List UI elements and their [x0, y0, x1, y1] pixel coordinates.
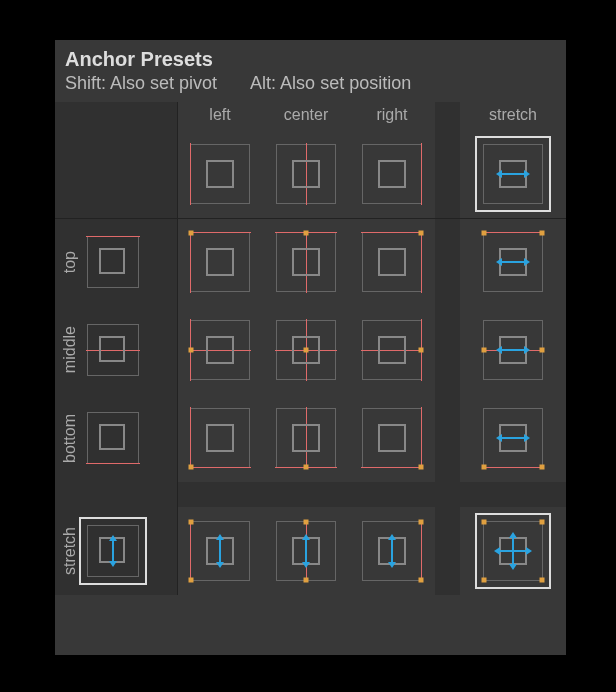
preset-rowicon-top[interactable]: [85, 234, 141, 290]
preset-top-right[interactable]: [360, 230, 424, 294]
preset-header-stretch[interactable]: [481, 142, 545, 206]
preset-middle-stretch[interactable]: [481, 318, 545, 382]
anchor-presets-panel: Anchor Presets Shift: Also set pivot Alt…: [55, 40, 566, 655]
row-label-top: top: [61, 251, 81, 273]
preset-header-left[interactable]: [188, 142, 252, 206]
preset-rowicon-stretch[interactable]: [85, 523, 141, 579]
preset-stretch-center[interactable]: [274, 519, 338, 583]
col-gap: [435, 102, 460, 130]
preset-stretch-stretch[interactable]: [481, 519, 545, 583]
preset-header-right[interactable]: [360, 142, 424, 206]
col-label-center: center: [263, 102, 349, 124]
preset-top-stretch[interactable]: [481, 230, 545, 294]
grid-corner: [55, 102, 177, 130]
hint-alt: Alt: Also set position: [250, 73, 411, 94]
preset-stretch-left[interactable]: [188, 519, 252, 583]
grid-divider-v: [177, 102, 178, 595]
row-label-bottom: bottom: [61, 414, 81, 463]
preset-middle-center[interactable]: [274, 318, 338, 382]
preset-bottom-left[interactable]: [188, 406, 252, 470]
grid-corner-2: [55, 130, 177, 218]
cell-header-left: [177, 130, 263, 218]
row-label-stretch: stretch: [61, 527, 81, 575]
preset-grid: left center right stretch: [55, 102, 566, 595]
row-header-middle: middle: [55, 306, 177, 394]
row-label-middle: middle: [61, 326, 81, 373]
grid-divider-h: [55, 218, 566, 219]
col-gap-2: [435, 130, 460, 218]
col-label-left: left: [177, 102, 263, 124]
preset-stretch-right[interactable]: [360, 519, 424, 583]
cell-header-center: [263, 130, 349, 218]
preset-bottom-center[interactable]: [274, 406, 338, 470]
panel-title: Anchor Presets: [55, 40, 566, 73]
preset-middle-left[interactable]: [188, 318, 252, 382]
col-label-right: right: [349, 102, 435, 124]
col-label-stretch: stretch: [460, 102, 566, 124]
preset-header-center[interactable]: [274, 142, 338, 206]
preset-top-center[interactable]: [274, 230, 338, 294]
panel-subtitle: Shift: Also set pivot Alt: Also set posi…: [55, 73, 566, 102]
row-header-bottom: bottom: [55, 394, 177, 482]
preset-middle-right[interactable]: [360, 318, 424, 382]
row-header-stretch: stretch: [55, 507, 177, 595]
cell-header-stretch: [460, 130, 566, 218]
cell-header-right: [349, 130, 435, 218]
hint-shift: Shift: Also set pivot: [65, 73, 217, 93]
preset-rowicon-middle[interactable]: [85, 322, 141, 378]
preset-bottom-right[interactable]: [360, 406, 424, 470]
preset-top-left[interactable]: [188, 230, 252, 294]
row-header-top: top: [55, 218, 177, 306]
preset-bottom-stretch[interactable]: [481, 406, 545, 470]
preset-rowicon-bottom[interactable]: [85, 410, 141, 466]
